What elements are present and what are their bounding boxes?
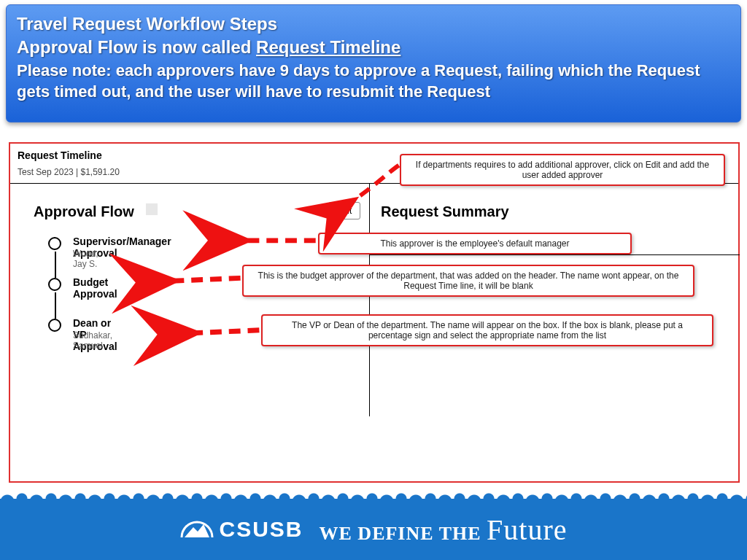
step-connector	[55, 292, 56, 319]
step-connector	[55, 252, 56, 278]
banner-line1: Travel Request Workflow Steps	[17, 12, 730, 36]
tagline: WE DEFINE THE Future	[320, 513, 568, 547]
approval-flow-heading: Approval Flow	[34, 203, 134, 220]
callout-dean: The VP or Dean of the department. The na…	[261, 314, 713, 346]
csusb-logo: CSUSB	[180, 517, 303, 542]
banner-line2-prefix: Approval Flow is now called	[17, 37, 256, 57]
banner-line2: Approval Flow is now called Request Time…	[17, 36, 730, 59]
annotation-arrows	[10, 144, 738, 481]
tagline-script: Future	[487, 513, 567, 546]
summary-divider	[369, 254, 740, 255]
org-name: CSUSB	[220, 517, 303, 542]
request-timeline-screenshot: Request Timeline Test Sep 2023 | $1,591.…	[9, 142, 740, 483]
vertical-divider	[369, 183, 370, 416]
footer-band: CSUSB WE DEFINE THE Future	[0, 499, 747, 560]
step-node-icon	[48, 278, 61, 291]
request-subline: Test Sep 2023 | $1,591.20	[18, 167, 120, 177]
step-approver-name: Wood, Jay S.	[73, 249, 98, 269]
instruction-banner: Travel Request Workflow Steps Approval F…	[6, 4, 741, 122]
mountain-icon	[180, 518, 214, 540]
callout-budget: This is the budget approver of the depar…	[242, 265, 694, 297]
step-approver-name: Sudhakar, Samuel	[73, 330, 112, 351]
banner-line2-underline: Request Timeline	[256, 37, 400, 57]
request-timeline-title: Request Timeline	[18, 149, 102, 161]
callout-edit: If departments requires to add additiona…	[400, 154, 725, 186]
approval-flow-badge	[146, 203, 158, 215]
banner-note: Please note: each approvers have 9 days …	[17, 60, 730, 103]
step-node-icon	[48, 319, 61, 332]
tagline-plain: WE DEFINE THE	[320, 523, 481, 544]
edit-button[interactable]: Edit	[328, 202, 360, 219]
step-node-icon	[48, 237, 61, 250]
request-summary-heading: Request Summary	[381, 203, 509, 220]
step-title: Budget Approval	[73, 276, 117, 300]
callout-supervisor: This approver is the employee's default …	[318, 233, 632, 254]
